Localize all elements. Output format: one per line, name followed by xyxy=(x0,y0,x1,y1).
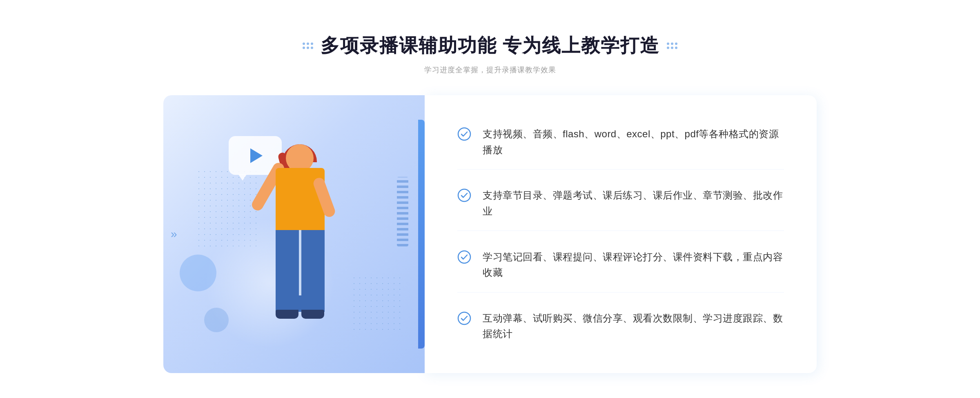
header-section: 多项录播课辅助功能 专为线上教学打造 学习进度全掌握，提升录播课教学效果 xyxy=(303,33,678,75)
person-shoe-right xyxy=(301,310,324,319)
header-dots-left-icon xyxy=(303,42,313,49)
chevrons-left-icon: » xyxy=(171,228,177,241)
feature-item-4: 互动弹幕、试听购买、微信分享、观看次数限制、学习进度跟踪、数据统计 xyxy=(457,299,784,353)
main-title: 多项录播课辅助功能 专为线上教学打造 xyxy=(321,33,660,58)
title-row: 多项录播课辅助功能 专为线上教学打造 xyxy=(303,33,678,58)
check-icon-2 xyxy=(457,188,471,202)
features-panel: 支持视频、音频、flash、word、excel、ppt、pdf等各种格式的资源… xyxy=(425,95,817,373)
illustration-area: » xyxy=(163,95,425,373)
svg-point-2 xyxy=(458,251,470,263)
feature-text-3: 学习笔记回看、课程提问、课程评论打分、课件资料下载，重点内容收藏 xyxy=(483,249,784,281)
page-subtitle: 学习进度全掌握，提升录播课教学效果 xyxy=(424,65,556,75)
feature-item-2: 支持章节目录、弹题考试、课后练习、课后作业、章节测验、批改作业 xyxy=(457,176,784,231)
feature-item-1: 支持视频、音频、flash、word、excel、ppt、pdf等各种格式的资源… xyxy=(457,115,784,170)
person-pants-gap xyxy=(299,230,301,295)
check-icon-1 xyxy=(457,127,471,141)
feature-item-3: 学习笔记回看、课程提问、课程评论打分、课件资料下载，重点内容收藏 xyxy=(457,238,784,293)
feature-text-2: 支持章节目录、弹题考试、课后练习、课后作业、章节测验、批改作业 xyxy=(483,188,784,219)
striped-bar xyxy=(397,177,408,246)
person-figure xyxy=(237,144,359,373)
svg-point-3 xyxy=(458,312,470,324)
content-section: » xyxy=(163,95,817,373)
page-wrapper: 多项录播课辅助功能 专为线上教学打造 学习进度全掌握，提升录播课教学效果 » xyxy=(0,17,980,381)
check-icon-3 xyxy=(457,250,471,264)
feature-text-1: 支持视频、音频、flash、word、excel、ppt、pdf等各种格式的资源… xyxy=(483,126,784,158)
blue-connector xyxy=(418,120,425,349)
check-icon-4 xyxy=(457,311,471,325)
header-dots-right-icon xyxy=(667,42,677,49)
feature-text-4: 互动弹幕、试听购买、微信分享、观看次数限制、学习进度跟踪、数据统计 xyxy=(483,311,784,342)
person-shoe-left xyxy=(276,310,298,319)
deco-circle-1 xyxy=(180,255,216,291)
deco-circle-2 xyxy=(204,308,229,332)
svg-point-0 xyxy=(458,128,470,140)
svg-point-1 xyxy=(458,189,470,201)
